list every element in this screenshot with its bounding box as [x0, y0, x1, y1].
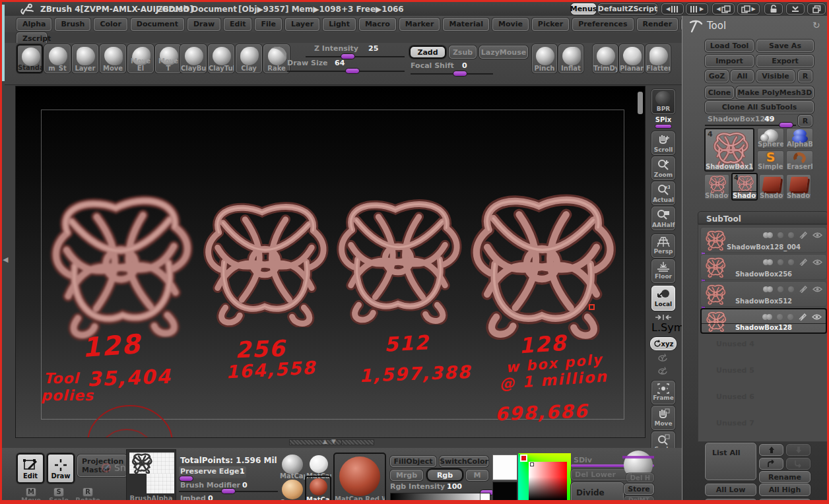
imbed-slider[interactable]: Imbed 0: [179, 494, 278, 504]
color-picker[interactable]: [518, 453, 571, 504]
goz-r-button[interactable]: R: [798, 70, 812, 82]
tool-thumb-simplebrush[interactable]: S SimpleBr: [757, 150, 784, 171]
eye-icon[interactable]: [812, 313, 822, 321]
tool-thumb-shadowbox-2-selected[interactable]: 4 ShadowB: [731, 173, 758, 201]
subtool-row-4-selected[interactable]: ShadowBox128: [700, 308, 827, 334]
brush-claytubes[interactable]: ClayTube: [208, 44, 234, 73]
brush-inflat[interactable]: Inflat: [558, 44, 583, 73]
brush-move-topological[interactable]: Move T: [155, 44, 182, 73]
subtool-up-button[interactable]: [759, 444, 783, 456]
brush-pinch[interactable]: Pinch: [532, 44, 557, 73]
menu-edit[interactable]: Edit: [224, 18, 251, 31]
polypaint-icon[interactable]: [767, 232, 773, 238]
mask-icon[interactable]: [778, 232, 783, 238]
brush-mst[interactable]: m_St: [44, 44, 71, 73]
brush-trimdynamic[interactable]: TrimDyn: [593, 44, 618, 73]
clone-all-subtools-button[interactable]: Clone All SubTools: [705, 101, 814, 113]
m-paint-button[interactable]: M: [466, 470, 488, 481]
load-tool-button[interactable]: Load Tool: [705, 40, 754, 52]
store-mt-button[interactable]: Store: [624, 484, 654, 495]
mask-icon[interactable]: [778, 259, 783, 265]
canvas[interactable]: 128 256 512 128 Tool polies 35,404 164,5…: [15, 86, 646, 438]
slider-handle[interactable]: [221, 488, 236, 494]
matcap-white-swatch[interactable]: MatCap: [306, 455, 331, 478]
goz-button[interactable]: GoZ: [705, 70, 729, 82]
lazymouse-button[interactable]: LazyMouse: [479, 46, 528, 59]
brush-claybuildup[interactable]: ClayBuilc: [180, 44, 207, 73]
rename-button[interactable]: Rename: [759, 471, 811, 483]
divider-left-button[interactable]: ◀: [661, 3, 684, 15]
floor-button[interactable]: Floor: [651, 259, 675, 283]
local-button[interactable]: Local: [651, 286, 675, 311]
layer-icon[interactable]: [788, 286, 794, 292]
brush-rake[interactable]: Rake: [263, 44, 290, 73]
prev-window-button[interactable]: ◀: [712, 3, 735, 15]
export-button[interactable]: Export: [756, 55, 814, 67]
all-high-button[interactable]: All High: [759, 484, 811, 496]
brush-move-elastic[interactable]: Move El: [127, 44, 154, 73]
tool-thumb-shadowbox-4[interactable]: ShadowE: [786, 174, 811, 200]
layer-icon[interactable]: [788, 259, 794, 265]
z-intensity-slider[interactable]: Z Intensity 25: [296, 44, 405, 59]
shadowbox-r-button[interactable]: R: [798, 115, 812, 127]
menu-light[interactable]: Light: [323, 18, 356, 31]
subtool-move-down-hierarchy-button[interactable]: [786, 458, 811, 470]
brush-layer[interactable]: Layer: [72, 44, 98, 73]
brush-flatten[interactable]: Flatten: [646, 44, 671, 73]
polypaint-icon[interactable]: [767, 286, 773, 292]
divider-right-button[interactable]: ▶: [686, 3, 708, 15]
focal-shift-slider[interactable]: Focal Shift 0: [411, 61, 493, 76]
zoom-button[interactable]: Zoom: [651, 156, 675, 180]
rotate-y-icon[interactable]: Y: [657, 353, 669, 363]
clone-button[interactable]: Clone: [705, 86, 734, 99]
brush-edit-icon[interactable]: [799, 258, 808, 266]
menu-layer[interactable]: Layer: [285, 18, 319, 31]
brush-planar[interactable]: Planar: [619, 44, 644, 73]
next-window-button[interactable]: ▶: [737, 3, 760, 15]
rgb-intensity-slider[interactable]: Rgb Intensity 100: [390, 482, 490, 491]
subtool-move-up-hierarchy-button[interactable]: [759, 458, 783, 470]
draw-size-slider[interactable]: Draw Size 64: [287, 59, 405, 73]
xyz-button[interactable]: xyz: [650, 337, 677, 350]
menu-material[interactable]: Material: [443, 18, 488, 31]
current-material-button[interactable]: MatCap Red Wa: [333, 453, 386, 504]
slider-handle[interactable]: [345, 68, 360, 74]
brush-standard[interactable]: Standard: [17, 44, 43, 73]
brush-modifier-slider[interactable]: Brush Modifier 0: [179, 481, 278, 493]
tray-down-arrow[interactable]: ▼: [331, 438, 336, 445]
menu-marker[interactable]: Marker: [399, 18, 440, 31]
brush-edit-icon[interactable]: [799, 231, 808, 239]
tool-thumb-sphere[interactable]: SphereB: [757, 128, 784, 148]
menu-brush[interactable]: Brush: [55, 18, 90, 31]
brush-edit-icon[interactable]: [798, 313, 807, 321]
active-tool-thumbnail[interactable]: 4 ShadowBox128: [704, 128, 754, 172]
shadowbox-slider[interactable]: ShadowBox128. 49: [705, 115, 796, 127]
zsub-button[interactable]: Zsub: [449, 46, 477, 59]
menu-file[interactable]: File: [255, 18, 282, 31]
persp-button[interactable]: Persp: [651, 234, 675, 258]
mask-icon[interactable]: [777, 314, 783, 320]
fillobject-button[interactable]: FillObject: [390, 456, 436, 467]
brush-edit-icon[interactable]: [799, 285, 808, 293]
tray-up-arrow[interactable]: ▲: [323, 438, 327, 445]
subtool-header[interactable]: SubTool: [698, 211, 828, 224]
restore-button[interactable]: [807, 3, 826, 15]
menus-button[interactable]: Menus: [571, 3, 596, 15]
tool-thumb-shadowbox-1[interactable]: ShadowB: [704, 174, 729, 200]
all-button[interactable]: All: [731, 70, 754, 82]
polypaint-icon[interactable]: [766, 314, 772, 320]
eye-icon[interactable]: [812, 259, 822, 266]
scroll-button[interactable]: Scroll: [651, 131, 675, 155]
save-as-button[interactable]: Save As: [756, 40, 814, 52]
minimize-button[interactable]: [786, 3, 805, 15]
primary-color-swatch[interactable]: [492, 455, 517, 480]
import-button[interactable]: Import: [705, 55, 754, 67]
brush-clay[interactable]: Clay: [236, 44, 262, 73]
lsym-button[interactable]: L.Sym: [651, 313, 675, 334]
subtool-row-3[interactable]: ShadowBox512: [700, 281, 827, 307]
polypaint-icon[interactable]: [767, 259, 773, 265]
layer-icon[interactable]: [787, 314, 793, 320]
zadd-button[interactable]: Zadd: [409, 46, 446, 59]
left-tray-arrow[interactable]: ◀: [3, 255, 8, 264]
slider-handle[interactable]: [453, 71, 467, 77]
